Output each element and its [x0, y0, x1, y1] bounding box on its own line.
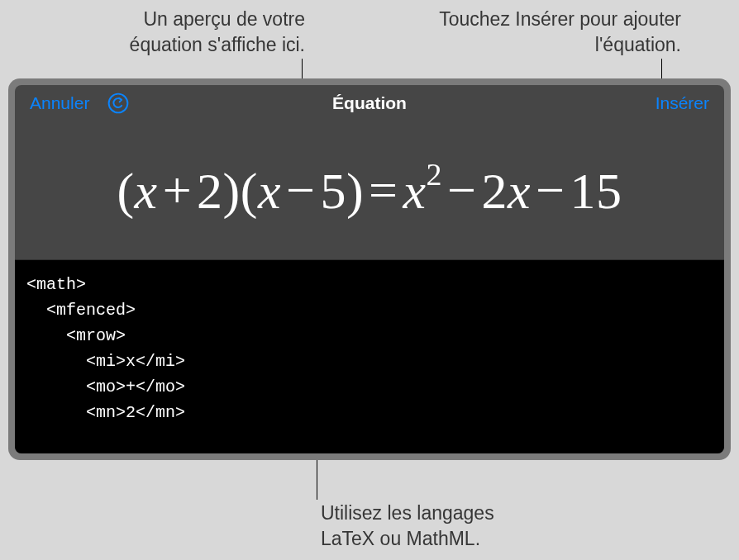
cancel-button[interactable]: Annuler [30, 93, 89, 113]
eq-var: x [508, 162, 531, 218]
code-line: <math> [26, 275, 86, 294]
svg-point-0 [109, 94, 128, 113]
code-input[interactable]: <math> <mfenced> <mrow> <mi>x</mi> <mo>+… [15, 260, 724, 453]
eq-eq: = [364, 162, 403, 218]
eq-num: 15 [570, 162, 622, 218]
device-frame: Annuler Équation Insérer (x+2)(x−5)=x2−2… [8, 78, 731, 460]
eq-op: + [158, 162, 197, 218]
callout-insert: Touchez Insérer pour ajouter l'équation. [433, 7, 681, 58]
equation-preview: (x+2)(x−5)=x2−2x−15 [117, 161, 622, 221]
dialog-title: Équation [332, 93, 407, 112]
insert-button[interactable]: Insérer [656, 93, 709, 112]
eq-op: − [531, 162, 570, 218]
callout-preview: Un aperçu de votre équation s'affiche ic… [74, 7, 305, 58]
eq-sup: 2 [427, 157, 443, 192]
undo-icon[interactable] [107, 93, 129, 114]
eq-var: x [403, 162, 427, 218]
callout-code: Utilisez les langages LaTeX ou MathML. [321, 501, 552, 552]
eq-num: 2 [482, 162, 508, 218]
code-line: <mo>+</mo> [26, 377, 185, 396]
equation-dialog: Annuler Équation Insérer (x+2)(x−5)=x2−2… [15, 85, 724, 453]
equation-preview-area: (x+2)(x−5)=x2−2x−15 [15, 121, 724, 260]
code-line: <mrow> [26, 326, 126, 345]
eq-num: 2 [197, 162, 223, 218]
code-line: <mi>x</mi> [26, 352, 185, 371]
nav-bar: Annuler Équation Insérer [15, 85, 724, 121]
eq-var: x [258, 162, 281, 218]
eq-num: 5 [320, 162, 346, 218]
code-line: <mn>2</mn> [26, 403, 185, 422]
eq-op: − [281, 162, 320, 218]
eq-op: − [442, 162, 481, 218]
eq-var: x [135, 162, 158, 218]
code-line: <mfenced> [26, 301, 136, 320]
